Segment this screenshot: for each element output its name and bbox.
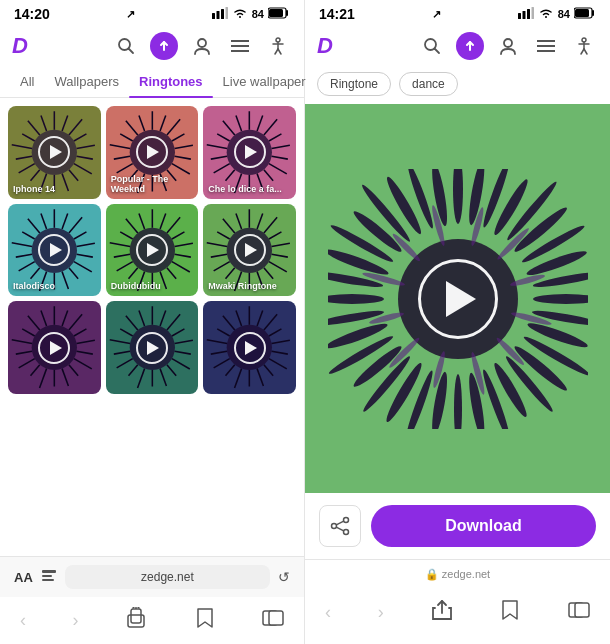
- svg-line-176: [272, 352, 288, 355]
- tab-live-wallpaper[interactable]: Live wallpaper: [213, 66, 316, 97]
- svg-line-138: [77, 352, 93, 355]
- svg-line-39: [160, 116, 166, 131]
- list-item[interactable]: [106, 301, 199, 394]
- tag-dance[interactable]: dance: [399, 72, 458, 96]
- list-item[interactable]: [8, 301, 101, 394]
- url-text: zedge.net: [141, 570, 194, 584]
- play-button[interactable]: [136, 234, 168, 266]
- right-share-button[interactable]: [425, 597, 459, 628]
- search-button[interactable]: [112, 32, 140, 60]
- left-time: 14:20: [14, 6, 50, 22]
- svg-line-131: [236, 213, 242, 228]
- right-back-button[interactable]: ‹: [319, 600, 337, 625]
- right-search-button[interactable]: [418, 32, 446, 60]
- right-app-header: D: [305, 26, 610, 66]
- grid-layout: Iphone 14: [8, 106, 296, 394]
- left-status-icons: 84: [212, 7, 290, 21]
- svg-line-7: [129, 49, 134, 54]
- upload-button[interactable]: [150, 32, 178, 60]
- list-item[interactable]: Iphone 14: [8, 106, 101, 199]
- item-label: Iphone 14: [13, 184, 96, 194]
- tabs-button[interactable]: [256, 605, 290, 636]
- menu-button[interactable]: [226, 32, 254, 60]
- browser-navigation: ‹ ›: [0, 597, 304, 644]
- svg-line-88: [19, 261, 35, 270]
- reader-mode-icon[interactable]: [41, 568, 57, 587]
- right-accessibility-button[interactable]: [570, 32, 598, 60]
- svg-line-143: [40, 369, 47, 388]
- svg-line-204: [435, 49, 440, 54]
- list-item[interactable]: Mwaki Ringtone: [203, 204, 296, 297]
- tag-ringtone[interactable]: Ringtone: [317, 72, 391, 96]
- url-display[interactable]: zedge.net: [65, 565, 270, 589]
- tab-wallpapers[interactable]: Wallpapers: [44, 66, 129, 97]
- svg-point-234: [429, 371, 450, 429]
- svg-line-71: [207, 145, 227, 149]
- list-item[interactable]: [203, 301, 296, 394]
- svg-line-26: [69, 170, 78, 181]
- svg-rect-189: [42, 570, 56, 573]
- list-item[interactable]: Popular - The Weeknd: [106, 106, 199, 199]
- list-item[interactable]: Che lo dice a fa...: [203, 106, 296, 199]
- item-label: Dubidubidu: [111, 281, 194, 291]
- zedge-logo[interactable]: D: [12, 33, 28, 59]
- download-button[interactable]: Download: [371, 505, 596, 547]
- share-button[interactable]: [119, 605, 153, 636]
- main-play-button[interactable]: [418, 259, 498, 339]
- svg-line-61: [272, 145, 290, 148]
- main-player: [305, 104, 610, 493]
- svg-line-87: [31, 267, 40, 278]
- tab-all[interactable]: All: [10, 66, 44, 97]
- reload-button[interactable]: ↺: [278, 569, 290, 585]
- svg-line-16: [275, 49, 278, 54]
- svg-line-23: [77, 145, 95, 148]
- right-forward-button[interactable]: ›: [372, 600, 390, 625]
- svg-line-126: [214, 261, 230, 270]
- svg-line-156: [174, 341, 192, 344]
- svg-line-168: [126, 316, 138, 330]
- svg-rect-190: [42, 575, 52, 577]
- svg-line-167: [120, 329, 132, 336]
- accessibility-button[interactable]: [264, 32, 292, 60]
- svg-line-136: [74, 329, 86, 336]
- back-button[interactable]: ‹: [14, 608, 32, 633]
- right-url-text: zedge.net: [442, 568, 490, 580]
- svg-line-50: [116, 164, 132, 173]
- list-item[interactable]: Italodisco: [8, 204, 101, 297]
- svg-line-44: [172, 164, 190, 174]
- left-status-arrow: ↗: [126, 8, 135, 21]
- play-button[interactable]: [136, 332, 168, 364]
- svg-rect-199: [527, 9, 530, 19]
- right-bookmarks-button[interactable]: [493, 597, 527, 628]
- right-tabs-button[interactable]: [562, 597, 596, 628]
- right-menu-button[interactable]: [532, 32, 560, 60]
- svg-line-128: [207, 242, 227, 246]
- share-button[interactable]: [319, 505, 361, 547]
- svg-line-102: [167, 267, 176, 278]
- svg-point-265: [332, 524, 337, 529]
- svg-line-68: [226, 170, 235, 181]
- play-button[interactable]: [234, 234, 266, 266]
- right-profile-button[interactable]: [494, 32, 522, 60]
- bookmarks-button[interactable]: [188, 605, 222, 636]
- action-bar: Download: [305, 493, 610, 559]
- play-button[interactable]: [234, 136, 266, 168]
- list-item[interactable]: Dubidubidu: [106, 204, 199, 297]
- svg-line-144: [31, 365, 40, 376]
- forward-button[interactable]: ›: [67, 608, 85, 633]
- nav-tabs: All Wallpapers Ringtones Live wallpaper: [0, 66, 304, 98]
- svg-line-158: [172, 359, 190, 369]
- svg-line-141: [62, 369, 68, 386]
- right-upload-button[interactable]: [456, 32, 484, 60]
- play-button[interactable]: [234, 332, 266, 364]
- svg-rect-0: [212, 13, 215, 19]
- svg-line-173: [264, 315, 277, 331]
- tab-ringtones[interactable]: Ringtones: [129, 66, 213, 97]
- svg-rect-2: [221, 9, 224, 19]
- item-label: Mwaki Ringtone: [208, 281, 291, 291]
- play-button[interactable]: [38, 332, 70, 364]
- profile-button[interactable]: [188, 32, 216, 60]
- svg-line-137: [77, 341, 95, 344]
- right-zedge-logo[interactable]: D: [317, 33, 333, 59]
- font-size-control[interactable]: AA: [14, 570, 33, 585]
